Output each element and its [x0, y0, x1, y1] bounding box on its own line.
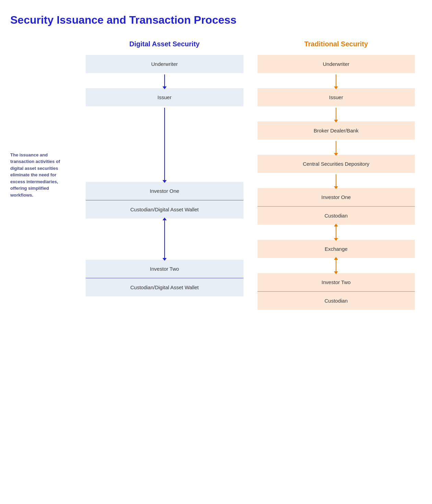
digital-column-header: Digital Asset Security: [129, 40, 200, 48]
traditional-arrow-6: [257, 258, 415, 273]
traditional-investor-two-bottom: Custodian: [257, 292, 415, 310]
digital-investor-one-bottom: Custodian/Digital Asset Wallet: [86, 200, 243, 219]
digital-investor-two-bottom: Custodian/Digital Asset Wallet: [86, 278, 243, 296]
traditional-column: Traditional Security Underwriter Issuer …: [251, 40, 422, 310]
traditional-investor-one-top: Investor One: [257, 188, 415, 206]
traditional-issuer-box: Issuer: [257, 88, 415, 106]
digital-arrow-long: [86, 106, 243, 182]
digital-investor-two-top: Investor Two: [86, 260, 243, 278]
traditional-column-header: Traditional Security: [304, 40, 368, 48]
traditional-arrow-3: [257, 140, 415, 155]
traditional-arrow-5: [257, 225, 415, 240]
traditional-investor-two-top: Investor Two: [257, 273, 415, 291]
traditional-exchange-box: Exchange: [257, 240, 415, 258]
traditional-arrow-1: [257, 73, 415, 88]
traditional-broker-box: Broker Dealer/Bank: [257, 121, 415, 140]
side-note-text: The issuance and transaction activities …: [10, 152, 72, 199]
traditional-arrow-4: [257, 173, 415, 188]
diagram-container: The issuance and transaction activities …: [10, 40, 422, 310]
digital-arrow-long-line: [164, 108, 165, 180]
digital-column: Digital Asset Security Underwriter Issue…: [79, 40, 250, 310]
digital-underwriter-box: Underwriter: [86, 55, 243, 73]
digital-investor-two-group: Investor Two Custodian/Digital Asset Wal…: [86, 260, 243, 296]
traditional-arrow-1-line: [336, 74, 336, 87]
side-note-area: The issuance and transaction activities …: [10, 40, 79, 310]
traditional-arrow-4-line: [336, 174, 336, 187]
traditional-arrow-6-line: [336, 259, 336, 272]
traditional-investor-one-group: Investor One Custodian: [257, 188, 415, 225]
traditional-investor-one-bottom: Custodian: [257, 207, 415, 225]
digital-arrow-1: [86, 73, 243, 88]
digital-arrow-bid-line: [164, 220, 165, 258]
digital-arrow-1-line: [164, 74, 165, 87]
digital-issuer-box: Issuer: [86, 88, 243, 106]
digital-arrow-bidirectional: [86, 219, 243, 260]
traditional-arrow-2-line: [336, 108, 336, 120]
traditional-arrow-2: [257, 106, 415, 121]
traditional-arrow-5-line: [336, 226, 336, 238]
traditional-underwriter-box: Underwriter: [257, 55, 415, 73]
page-title: Security Issuance and Transaction Proces…: [10, 14, 422, 26]
traditional-csd-box: Central Securities Depository: [257, 155, 415, 173]
traditional-investor-two-group: Investor Two Custodian: [257, 273, 415, 310]
traditional-arrow-3-line: [336, 141, 336, 153]
columns-area: Digital Asset Security Underwriter Issue…: [79, 40, 422, 310]
digital-investor-one-top: Investor One: [86, 182, 243, 200]
digital-investor-one-group: Investor One Custodian/Digital Asset Wal…: [86, 182, 243, 219]
